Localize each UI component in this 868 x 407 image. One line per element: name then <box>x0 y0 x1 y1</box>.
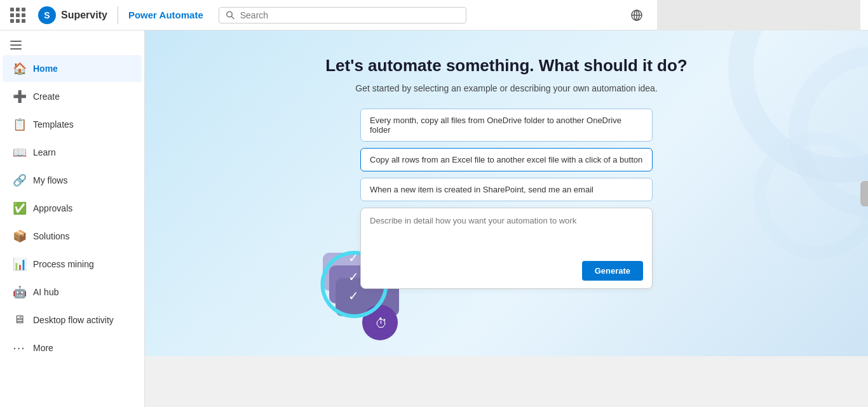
sidebar: 🏠 Home ➕ Create 📋 Templates <box>0 30 145 407</box>
sidebar-label-desktopflow: Desktop flow activity <box>33 315 114 325</box>
sidebar-item-my-flows[interactable]: 🔗 My flows <box>3 167 142 194</box>
sidebar-item-templates[interactable]: 📋 Templates <box>3 111 142 138</box>
describe-box: Generate <box>360 208 653 289</box>
generate-button[interactable]: Generate <box>582 261 643 281</box>
hamburger-icon <box>10 41 22 50</box>
chip-2[interactable]: Copy all rows from an Excel file to anot… <box>360 148 653 171</box>
sidebar-item-create[interactable]: ➕ Create <box>3 83 142 110</box>
desktop-flow-icon: 🖥 <box>13 313 25 326</box>
sidebar-label-templates: Templates <box>33 119 74 130</box>
sidebar-item-desktop-flow[interactable]: 🖥 Desktop flow activity <box>3 307 142 333</box>
language-button[interactable] <box>627 5 647 25</box>
search-bar[interactable] <box>219 7 466 23</box>
sidebar-item-wrapper-home: 🏠 Home <box>0 55 144 83</box>
sidebar-label-myflows: My flows <box>33 175 67 185</box>
sidebar-item-wrapper-more: ··· More <box>0 333 144 362</box>
sidebar-label-create: Create <box>33 91 60 102</box>
content-area: ✓ ✓ ✓ ✦ ✦ ✦ ⏱ Let's automate somet <box>145 30 868 407</box>
sidebar-label-learn: Learn <box>33 147 56 157</box>
sidebar-item-wrapper-templates: 📋 Templates <box>0 110 144 138</box>
templates-icon: 📋 <box>13 117 25 131</box>
svg-point-7 <box>798 56 868 208</box>
my-flows-icon: 🔗 <box>13 173 25 187</box>
topbar-right-area <box>627 5 647 25</box>
company-name: Supervity <box>61 10 107 21</box>
sidebar-item-solutions[interactable]: 📦 Solutions <box>3 223 142 250</box>
company-logo: S Supervity <box>38 6 107 24</box>
topbar: S Supervity Power Automate <box>0 0 868 30</box>
describe-textarea[interactable] <box>370 216 643 254</box>
sidebar-label-solutions: Solutions <box>33 231 70 241</box>
sidebar-item-wrapper-approvals: ✅ Approvals <box>0 194 144 222</box>
describe-box-footer: Generate <box>370 261 643 281</box>
sidebar-hamburger[interactable] <box>0 36 144 55</box>
logo-icon: S <box>38 6 56 24</box>
svg-text:✓: ✓ <box>348 270 359 284</box>
scroll-indicator[interactable] <box>860 181 868 206</box>
search-icon <box>226 10 235 20</box>
sidebar-item-ai-hub[interactable]: 🤖 AI hub <box>3 279 142 305</box>
svg-line-1 <box>231 16 234 18</box>
app-name: Power Automate <box>128 10 203 20</box>
svg-text:✓: ✓ <box>348 289 359 303</box>
sidebar-label-processmining: Process mining <box>33 259 94 269</box>
chip-1[interactable]: Every month, copy all files from OneDriv… <box>360 109 653 142</box>
learn-icon: 📖 <box>13 145 25 159</box>
waffle-menu[interactable] <box>8 5 28 25</box>
app-container: S Supervity Power Automate <box>0 0 868 407</box>
topbar-divider <box>118 6 118 24</box>
sidebar-item-process-mining[interactable]: 📊 Process mining <box>3 251 142 277</box>
sidebar-item-approvals[interactable]: ✅ Approvals <box>3 195 142 222</box>
sidebar-label-home: Home <box>33 63 58 74</box>
main-layout: 🏠 Home ➕ Create 📋 Templates <box>0 30 868 407</box>
globe-icon <box>630 9 643 22</box>
background-decoration <box>715 30 868 259</box>
waffle-icon <box>10 8 25 23</box>
sidebar-label-approvals: Approvals <box>33 203 72 213</box>
hero-subtitle: Get started by selecting an example or d… <box>355 83 658 93</box>
home-icon: 🏠 <box>13 62 25 76</box>
sidebar-item-wrapper-create: ➕ Create <box>0 83 144 110</box>
process-mining-icon: 📊 <box>13 257 25 271</box>
sidebar-label-more: More <box>33 343 53 353</box>
hero-title: Let's automate something. What should it… <box>325 56 688 76</box>
approvals-icon: ✅ <box>13 201 25 215</box>
sidebar-item-wrapper-processmining: 📊 Process mining <box>0 250 144 278</box>
search-input[interactable] <box>240 10 459 20</box>
sidebar-item-home[interactable]: 🏠 Home <box>3 55 142 82</box>
hero-section: ✓ ✓ ✓ ✦ ✦ ✦ ⏱ Let's automate somet <box>145 30 868 356</box>
sidebar-item-wrapper-myflows: 🔗 My flows <box>0 166 144 194</box>
ai-hub-icon: 🤖 <box>13 285 25 299</box>
suggestion-chips: Every month, copy all files from OneDriv… <box>360 109 653 201</box>
topbar-avatar-area <box>657 0 860 30</box>
bottom-strip <box>145 356 868 407</box>
create-icon: ➕ <box>13 90 25 103</box>
sidebar-item-more[interactable]: ··· More <box>3 334 142 361</box>
sidebar-item-wrapper-solutions: 📦 Solutions <box>0 222 144 250</box>
svg-text:⏱: ⏱ <box>375 316 388 330</box>
more-icon: ··· <box>13 340 25 355</box>
chip-3[interactable]: When a new item is created in SharePoint… <box>360 178 653 201</box>
sidebar-label-aihub: AI hub <box>33 287 58 297</box>
sidebar-item-wrapper-aihub: 🤖 AI hub <box>0 278 144 306</box>
solutions-icon: 📦 <box>13 229 25 243</box>
sidebar-item-wrapper-desktopflow: 🖥 Desktop flow activity <box>0 306 144 333</box>
sidebar-item-learn[interactable]: 📖 Learn <box>3 139 142 166</box>
sidebar-item-wrapper-learn: 📖 Learn <box>0 138 144 166</box>
